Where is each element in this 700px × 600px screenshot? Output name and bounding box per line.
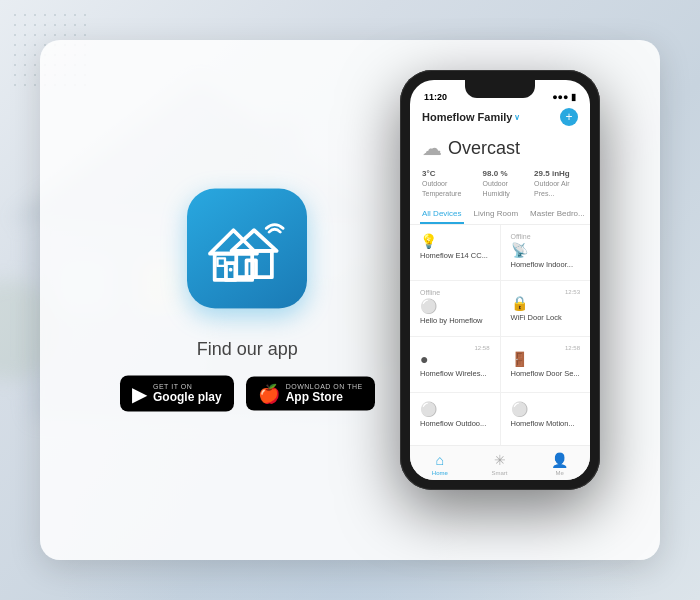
plus-icon: + xyxy=(565,110,572,124)
status-icons: ●●● ▮ xyxy=(552,92,576,102)
device-status-1: Offline xyxy=(511,233,581,240)
phone-outer-frame: 11:20 ●●● ▮ Homeflow Family ∨ + xyxy=(400,70,600,490)
outdoor-icon: ⚪ xyxy=(420,401,490,417)
google-play-text: GET IT ON Google play xyxy=(153,383,222,404)
find-app-label: Find our app xyxy=(197,339,298,360)
cloud-icon: ☁ xyxy=(422,136,442,160)
device-name-1: Homeflow Indoor... xyxy=(511,260,581,269)
phone-header: Homeflow Family ∨ + xyxy=(410,106,590,132)
status-time: 11:20 xyxy=(424,92,447,102)
devices-scroll: 💡 Homeflow E14 CC... Offline 📡 Homeflow … xyxy=(410,225,590,445)
apple-icon: 🍎 xyxy=(258,383,280,405)
chevron-down-icon: ∨ xyxy=(514,113,520,122)
app-icon-box xyxy=(187,189,307,309)
phone-content: 11:20 ●●● ▮ Homeflow Family ∨ + xyxy=(410,80,590,480)
smart-nav-icon: ✳ xyxy=(494,452,506,468)
humidity-label: Outdoor Humidity xyxy=(483,179,525,199)
wireless-icon: ● xyxy=(420,351,490,367)
pressure-label: Outdoor Air Pres... xyxy=(534,179,578,199)
device-card-6[interactable]: ⚪ Homeflow Outdoo... xyxy=(410,393,500,445)
device-clock-4: 12:58 xyxy=(474,345,489,351)
google-play-main: Google play xyxy=(153,390,222,404)
smart-nav-label: Smart xyxy=(492,470,508,476)
app-store-sub: Download on the xyxy=(286,383,363,390)
device-name-3: WiFi Door Lock xyxy=(511,313,581,322)
google-play-button[interactable]: ▶ GET IT ON Google play xyxy=(120,376,234,412)
temp-label: Outdoor Temperature xyxy=(422,179,473,199)
pressure-value: 29.5 inHg xyxy=(534,168,578,179)
svg-rect-15 xyxy=(217,258,225,266)
sensor-icon: 📡 xyxy=(511,242,581,258)
door-sensor-icon: 🚪 xyxy=(511,351,581,367)
device-name-7: Homeflow Motion... xyxy=(511,419,581,428)
tab-master-bedroom[interactable]: Master Bedro... xyxy=(528,205,587,224)
nav-smart[interactable]: ✳ Smart xyxy=(492,452,508,476)
me-nav-icon: 👤 xyxy=(551,452,568,468)
device-card-1[interactable]: Offline 📡 Homeflow Indoor... xyxy=(501,225,591,280)
temp-value: 3°C xyxy=(422,168,473,179)
device-name-4: Homeflow Wireles... xyxy=(420,369,490,378)
app-icon-svg xyxy=(205,211,290,286)
phone-screen: 11:20 ●●● ▮ Homeflow Family ∨ + xyxy=(410,80,590,480)
weather-section: ☁ Overcast xyxy=(410,132,590,168)
device-card-7[interactable]: ⚪ Homeflow Motion... xyxy=(501,393,591,445)
app-store-button[interactable]: 🍎 Download on the App Store xyxy=(246,377,375,411)
home-nav-label: Home xyxy=(432,470,448,476)
humidity-value: 98.0 % xyxy=(483,168,525,179)
google-play-sub: GET IT ON xyxy=(153,383,222,390)
device-card-3[interactable]: 12:53 🔒 WiFi Door Lock xyxy=(501,281,591,336)
add-home-button[interactable]: + xyxy=(560,108,578,126)
home-title: Homeflow Family xyxy=(422,111,512,123)
device-card-2[interactable]: Offline ⚪ Hello by Homeflow xyxy=(410,281,500,336)
home-nav-icon: ⌂ xyxy=(436,452,444,468)
device-clock-5: 12:58 xyxy=(565,345,580,351)
weather-stats: 3°C Outdoor Temperature 98.0 % Outdoor H… xyxy=(410,168,590,205)
app-store-main: App Store xyxy=(286,390,363,404)
nav-me[interactable]: 👤 Me xyxy=(551,452,568,476)
device-name-6: Homeflow Outdoo... xyxy=(420,419,490,428)
main-card: Find our app ▶ GET IT ON Google play 🍎 D… xyxy=(40,40,660,560)
bulb-icon: 💡 xyxy=(420,233,490,249)
device-card-5[interactable]: 12:58 🚪 Homeflow Door Se... xyxy=(501,337,591,392)
google-play-icon: ▶ xyxy=(132,382,147,406)
app-store-text: Download on the App Store xyxy=(286,383,363,404)
store-buttons-container: ▶ GET IT ON Google play 🍎 Download on th… xyxy=(120,376,375,412)
device-status-2: Offline xyxy=(420,289,490,296)
motion-icon: ⚪ xyxy=(511,401,581,417)
weather-stat-0: 3°C Outdoor Temperature xyxy=(422,168,473,199)
bottom-navigation: ⌂ Home ✳ Smart 👤 Me xyxy=(410,445,590,480)
devices-grid: 💡 Homeflow E14 CC... Offline 📡 Homeflow … xyxy=(410,225,590,445)
header-title-group: Homeflow Family ∨ xyxy=(422,111,520,123)
device-name-5: Homeflow Door Se... xyxy=(511,369,581,378)
doorbell-icon: ⚪ xyxy=(420,298,490,314)
app-promotion-section: Find our app ▶ GET IT ON Google play 🍎 D… xyxy=(120,189,375,412)
device-clock-3: 12:53 xyxy=(565,289,580,295)
me-nav-label: Me xyxy=(556,470,564,476)
device-card-4[interactable]: 12:58 ● Homeflow Wireles... xyxy=(410,337,500,392)
tab-all-devices[interactable]: All Devices xyxy=(420,205,464,224)
room-tabs: All Devices Living Room Master Bedro... … xyxy=(410,205,590,225)
lock-icon: 🔒 xyxy=(511,295,581,311)
device-card-0[interactable]: 💡 Homeflow E14 CC... xyxy=(410,225,500,280)
weather-stat-1: 98.0 % Outdoor Humidity xyxy=(483,168,525,199)
device-name-2: Hello by Homeflow xyxy=(420,316,490,325)
weather-condition: Overcast xyxy=(448,138,520,159)
nav-home[interactable]: ⌂ Home xyxy=(432,452,448,476)
device-name-0: Homeflow E14 CC... xyxy=(420,251,490,260)
svg-point-14 xyxy=(229,267,233,271)
phone-notch xyxy=(465,80,535,98)
weather-stat-2: 29.5 inHg Outdoor Air Pres... xyxy=(534,168,578,199)
tab-living-room[interactable]: Living Room xyxy=(472,205,520,224)
phone-mockup: 11:20 ●●● ▮ Homeflow Family ∨ + xyxy=(400,70,600,490)
